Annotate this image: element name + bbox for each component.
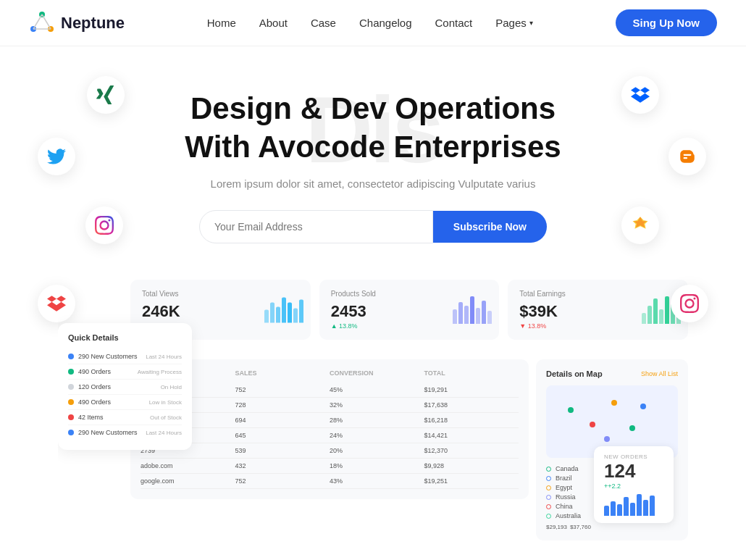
qd-status-1: Awaiting Process	[138, 369, 182, 375]
quick-detail-row-2: 120 Orders On Hold	[68, 380, 182, 395]
instagram2-icon	[671, 285, 708, 322]
svg-line-4	[42, 14, 51, 29]
nav-pages[interactable]: Pages ▾	[495, 17, 533, 29]
qd-label-3: 490 Orders	[78, 398, 149, 406]
quick-details-title: Quick Details	[68, 333, 182, 342]
col-conversion: CONVERSION	[330, 369, 424, 377]
table-header: VIEWS SALES CONVERSION TOTAL	[141, 369, 519, 377]
nav-contact[interactable]: Contact	[435, 17, 473, 29]
map-dot	[568, 407, 574, 413]
status-dot	[68, 399, 74, 405]
status-dot	[68, 369, 74, 375]
stat-change-1: ▲ 13.8%	[331, 322, 488, 330]
quick-detail-row-1: 490 Orders Awaiting Process	[68, 364, 182, 380]
qd-status-2: On Hold	[161, 384, 182, 390]
qd-label-5: 290 New Customers	[78, 429, 146, 436]
dashboard-preview: Quick Details 290 New Customers Last 24 …	[58, 280, 688, 555]
dropbox-icon	[621, 76, 659, 114]
map-dot	[590, 422, 595, 427]
stat-bars-0	[264, 297, 303, 322]
map-dot	[629, 425, 635, 431]
subscribe-form: Subscribe Now	[199, 210, 547, 243]
col-sales: SALES	[235, 369, 330, 377]
revenue-1: $37,760	[570, 524, 591, 530]
table-row: 812672832%$17,638	[141, 398, 519, 413]
blogger-icon	[669, 138, 706, 175]
revenue-0: $29,193	[546, 524, 567, 530]
new-orders-bars	[604, 494, 663, 516]
navbar: Neptune Home About Case Changelog Contac…	[0, 0, 746, 46]
signup-button[interactable]: Sing Up Now	[616, 9, 718, 36]
qd-label-0: 290 New Customers	[78, 353, 146, 360]
nav-links: Home About Case Changelog Contact Pages …	[207, 17, 533, 29]
stat-bars-1	[453, 296, 492, 324]
dropbox2-icon	[38, 285, 75, 322]
subscribe-button[interactable]: Subscribe Now	[433, 211, 547, 243]
qd-label-4: 42 Items	[78, 414, 150, 421]
quick-detail-row-4: 42 Items Out of Stock	[68, 410, 182, 425]
chevron-down-icon: ▾	[529, 19, 533, 27]
status-dot	[68, 354, 74, 359]
twitter-icon	[38, 138, 75, 175]
quick-detail-row-3: 490 Orders Low in Stock	[68, 395, 182, 410]
nav-changelog[interactable]: Changelog	[359, 17, 412, 29]
logo: Neptune	[29, 10, 125, 36]
quick-detail-row-5: 290 New Customers Last 24 Hours	[68, 425, 182, 440]
table-row: 374675245%$19,291	[141, 383, 519, 398]
qd-status-4: Out of Stock	[150, 414, 182, 421]
stat-card-earnings: Total Earnings $39K ▼ 13.8%	[508, 280, 688, 340]
table-row: 273953920%$12,370	[141, 443, 519, 459]
new-orders-change: ++2.2	[604, 482, 663, 490]
nav-home[interactable]: Home	[207, 17, 236, 29]
revenue-row: $29,193 $37,760	[546, 524, 678, 530]
brand-name: Neptune	[61, 14, 125, 33]
col-total: TOTAL	[424, 369, 519, 377]
status-dot	[68, 384, 74, 390]
qd-status-0: Last 24 Hours	[146, 354, 182, 360]
map-dot	[604, 436, 610, 442]
table-row: adobe.com43218%$9,928	[141, 459, 519, 474]
map-header: Details on Map Show All List	[546, 369, 678, 378]
map-show-all[interactable]: Show All List	[641, 370, 678, 377]
stat-change-2: ▼ 13.8%	[519, 322, 676, 330]
qd-status-3: Low in Stock	[149, 399, 182, 406]
nav-about[interactable]: About	[259, 17, 288, 29]
hero-subtitle: Lorem ipsum dolor sit amet, consectetor …	[14, 177, 732, 190]
new-orders-label: NEW ORDERS	[604, 454, 663, 460]
qd-label-1: 490 Orders	[78, 368, 138, 375]
stats-row: Total Views 246K ▼ 13.8% Products Sold 2…	[130, 280, 688, 340]
quick-details-card: Quick Details 290 New Customers Last 24 …	[58, 323, 192, 450]
quick-detail-row-0: 290 New Customers Last 24 Hours	[68, 349, 182, 364]
instagram-icon	[85, 206, 123, 244]
wired-icon	[621, 206, 659, 244]
table-row: 117364524%$14,421	[141, 428, 519, 443]
svg-line-3	[33, 14, 42, 29]
email-input[interactable]	[199, 210, 433, 243]
qd-label-2: 120 Orders	[78, 383, 161, 390]
new-orders-value: 124	[604, 460, 663, 482]
xing-icon	[87, 76, 125, 114]
qd-status-5: Last 24 Hours	[146, 430, 182, 436]
table-row: google.com75243%$19,251	[141, 474, 519, 489]
map-dot	[611, 400, 617, 406]
logo-icon	[29, 10, 55, 36]
map-dot	[640, 404, 646, 409]
nav-case[interactable]: Case	[311, 17, 336, 29]
status-dot	[68, 430, 74, 435]
status-dot	[68, 414, 74, 420]
table-row: 883669428%$16,218	[141, 413, 519, 428]
new-orders-card: NEW ORDERS 124 ++2.2	[594, 446, 674, 523]
stat-card-sold: Products Sold 2453 ▲ 13.8%	[319, 280, 500, 340]
map-title: Details on Map	[546, 369, 603, 378]
